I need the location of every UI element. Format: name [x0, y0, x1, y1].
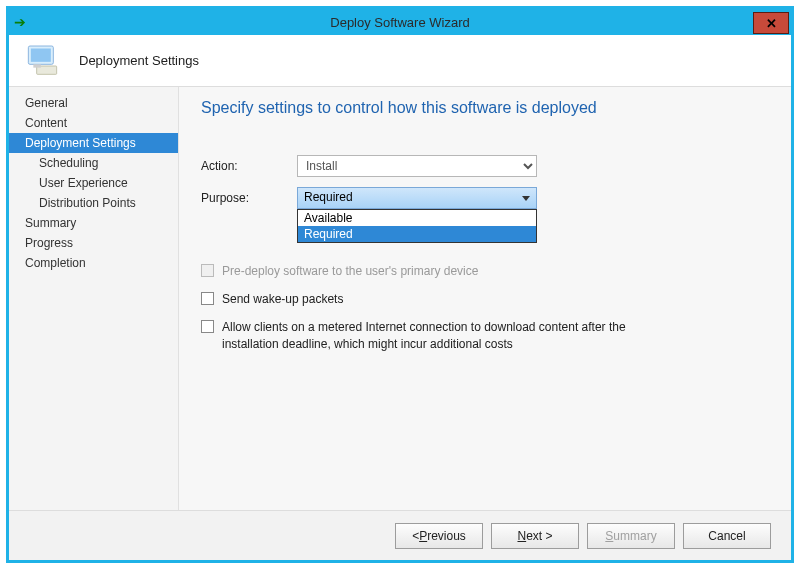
nav-user-experience[interactable]: User Experience [9, 173, 178, 193]
purpose-option-required[interactable]: Required [298, 226, 536, 242]
computer-icon [25, 43, 65, 79]
metered-checkbox-row: Allow clients on a metered Internet conn… [201, 319, 765, 351]
title-bar-app-icon: ➔ [9, 14, 31, 30]
wizard-body: General Content Deployment Settings Sche… [9, 87, 791, 510]
nav-progress[interactable]: Progress [9, 233, 178, 253]
nav-content[interactable]: Content [9, 113, 178, 133]
title-bar: ➔ Deploy Software Wizard ✕ [9, 9, 791, 35]
wizard-content: Specify settings to control how this sof… [179, 87, 791, 510]
purpose-dropdown[interactable]: Required [297, 187, 537, 209]
nav-general[interactable]: General [9, 93, 178, 113]
close-button[interactable]: ✕ [753, 12, 789, 34]
wizard-window: ➔ Deploy Software Wizard ✕ Deployment Se… [6, 6, 794, 563]
svg-rect-1 [31, 48, 51, 61]
predeploy-checkbox [201, 264, 214, 277]
purpose-option-available[interactable]: Available [298, 210, 536, 226]
metered-label: Allow clients on a metered Internet conn… [222, 319, 642, 351]
previous-button[interactable]: < Previous [395, 523, 483, 549]
page-title: Deployment Settings [79, 53, 199, 68]
action-dropdown[interactable]: Install [297, 155, 537, 177]
nav-distribution-points[interactable]: Distribution Points [9, 193, 178, 213]
purpose-label: Purpose: [201, 191, 297, 205]
nav-completion[interactable]: Completion [9, 253, 178, 273]
predeploy-label: Pre-deploy software to the user's primar… [222, 263, 478, 279]
cancel-button[interactable]: Cancel [683, 523, 771, 549]
wakeup-checkbox[interactable] [201, 292, 214, 305]
wakeup-checkbox-row: Send wake-up packets [201, 291, 765, 307]
metered-checkbox[interactable] [201, 320, 214, 333]
window-title: Deploy Software Wizard [9, 15, 791, 30]
action-label: Action: [201, 159, 297, 173]
instruction-heading: Specify settings to control how this sof… [201, 99, 765, 117]
close-icon: ✕ [766, 16, 777, 31]
nav-summary[interactable]: Summary [9, 213, 178, 233]
next-button[interactable]: Next > [491, 523, 579, 549]
wakeup-label: Send wake-up packets [222, 291, 343, 307]
predeploy-checkbox-row: Pre-deploy software to the user's primar… [201, 263, 765, 279]
svg-rect-3 [33, 64, 41, 67]
wizard-header: Deployment Settings [9, 35, 791, 87]
wizard-footer: < Previous Next > Summary Cancel [9, 510, 791, 560]
summary-button: Summary [587, 523, 675, 549]
wizard-nav: General Content Deployment Settings Sche… [9, 87, 179, 510]
purpose-dropdown-list: Available Required [297, 209, 537, 243]
nav-deployment-settings[interactable]: Deployment Settings [9, 133, 178, 153]
nav-scheduling[interactable]: Scheduling [9, 153, 178, 173]
